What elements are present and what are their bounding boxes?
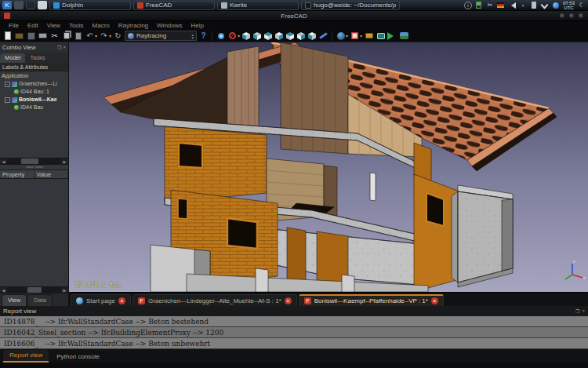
- keyboard-layout-de-icon[interactable]: [497, 2, 505, 9]
- menu-raytracing[interactable]: Raytracing: [114, 22, 152, 29]
- folder-shortcut-icon[interactable]: [38, 1, 47, 9]
- 3d-viewport[interactable]: z x 57.4/8.1 fps: [69, 42, 588, 292]
- menu-help[interactable]: Help: [187, 22, 208, 29]
- close-button[interactable]: [578, 13, 584, 19]
- tab-view[interactable]: View: [2, 294, 27, 306]
- scroll-thumb[interactable]: [27, 287, 42, 293]
- collapse-icon[interactable]: −: [5, 97, 10, 103]
- view-axonometric-icon[interactable]: [241, 31, 251, 41]
- draw-style-dropdown-icon[interactable]: ▾: [238, 33, 240, 38]
- klipper-scissors-icon[interactable]: ✂: [486, 2, 494, 9]
- redo-dropdown-icon[interactable]: ▾: [109, 33, 111, 38]
- scroll-right-icon[interactable]: ▶: [61, 288, 68, 293]
- scroll-right-icon[interactable]: ▶: [61, 159, 68, 164]
- tray-expand-icon[interactable]: ▾: [519, 2, 527, 9]
- povray-dropdown-icon[interactable]: ▾: [346, 33, 348, 38]
- task-button-kwrite[interactable]: Kwrite: [217, 1, 299, 10]
- reset-camera-icon[interactable]: [376, 31, 386, 41]
- info-icon[interactable]: i: [464, 2, 472, 9]
- kwrite-icon: [221, 2, 227, 9]
- view-left-icon[interactable]: [307, 31, 317, 41]
- maximize-button[interactable]: [568, 13, 575, 19]
- refresh-icon[interactable]: ↻: [113, 31, 123, 41]
- dock-close-icon[interactable]: ×: [582, 308, 585, 314]
- dock-float-icon[interactable]: ❐: [57, 45, 61, 50]
- combo-view-titlebar[interactable]: Combo View ❐ ×: [0, 42, 68, 53]
- scroll-thumb[interactable]: [21, 158, 38, 164]
- menu-windows[interactable]: Windows: [153, 22, 186, 29]
- tab-close-icon[interactable]: ×: [285, 297, 292, 304]
- tree-item-document-1[interactable]: − Graenichen---Li: [0, 80, 68, 88]
- show-desktop-icon[interactable]: [26, 1, 35, 9]
- tab-close-icon[interactable]: ×: [431, 297, 438, 304]
- tab-tasks[interactable]: Tasks: [25, 53, 49, 63]
- tree-item-application[interactable]: Application: [0, 72, 68, 80]
- collapse-icon[interactable]: −: [5, 82, 10, 87]
- redo-icon[interactable]: ↷: [99, 31, 109, 41]
- render-icon[interactable]: [399, 31, 409, 41]
- scroll-left-icon[interactable]: ◀: [0, 288, 7, 293]
- task-button-dolphin[interactable]: Dolphin: [49, 1, 131, 10]
- window-titlebar[interactable]: FreeCAD: [0, 11, 588, 21]
- menu-view[interactable]: View: [43, 22, 64, 29]
- device-notifier-icon[interactable]: [530, 2, 538, 9]
- lux-project-icon[interactable]: [350, 31, 360, 41]
- network-icon[interactable]: [541, 2, 549, 9]
- minimize-button[interactable]: [559, 13, 565, 19]
- report-log[interactable]: ID14878_ --> IfcWallStandardCase --> Bet…: [0, 316, 588, 349]
- report-view-titlebar[interactable]: Report view ❐ ×: [0, 306, 588, 316]
- povray-project-icon[interactable]: [336, 31, 346, 41]
- task-button-konsole[interactable]: hugo@weide: ~/Documents/p: [301, 1, 400, 10]
- new-file-icon[interactable]: [2, 31, 13, 41]
- tab-start-page[interactable]: Start page ×: [71, 294, 131, 306]
- kde-sync-icon[interactable]: [552, 2, 560, 9]
- fit-all-icon[interactable]: [216, 31, 226, 41]
- tab-boniswil-document[interactable]: F Boniswil---Kaempf--Pfaffenhalde--VP : …: [299, 294, 444, 306]
- volume-icon[interactable]: [508, 2, 516, 9]
- dock-close-icon[interactable]: ×: [63, 45, 66, 50]
- print-icon[interactable]: [38, 31, 48, 41]
- view-top-icon[interactable]: [263, 31, 273, 41]
- clock[interactable]: 07:53 UTC: [563, 1, 575, 10]
- whatsthis-icon[interactable]: ?: [198, 31, 209, 41]
- tree-item-doc1-child[interactable]: ID44 Bau: 1: [0, 88, 68, 96]
- property-table[interactable]: [0, 179, 68, 286]
- tab-close-icon[interactable]: ×: [118, 297, 125, 304]
- export-project-icon[interactable]: [387, 31, 397, 41]
- view-right-icon[interactable]: [274, 31, 284, 41]
- undo-icon[interactable]: ↶: [85, 31, 95, 41]
- lux-dropdown-icon[interactable]: ▾: [360, 33, 362, 38]
- copy-icon[interactable]: [61, 31, 71, 41]
- draw-style-icon[interactable]: [227, 31, 238, 41]
- tree-hscrollbar[interactable]: ◀ ▶: [0, 158, 68, 165]
- view-bottom-icon[interactable]: [296, 31, 306, 41]
- tab-model[interactable]: Model: [0, 53, 25, 63]
- tree-item-document-2[interactable]: − Boniswil---Kae: [0, 96, 68, 104]
- task-button-freecad[interactable]: FreeCAD: [133, 1, 215, 10]
- view-front-icon[interactable]: [252, 31, 262, 41]
- undo-dropdown-icon[interactable]: ▾: [95, 33, 97, 38]
- app-launcher-icon[interactable]: K: [2, 1, 12, 9]
- dock-float-icon[interactable]: ❐: [575, 308, 579, 314]
- pager-icon[interactable]: [14, 1, 24, 9]
- tab-report-view[interactable]: Report view: [3, 350, 49, 363]
- tab-data[interactable]: Data: [27, 294, 53, 306]
- cut-icon[interactable]: ✂: [49, 31, 60, 41]
- battery-icon[interactable]: [475, 2, 483, 9]
- menu-file[interactable]: File: [5, 22, 23, 29]
- open-file-icon[interactable]: [14, 31, 24, 41]
- tab-python-console[interactable]: Python console: [50, 352, 106, 363]
- tree-item-doc2-child[interactable]: ID44 Bau: [0, 104, 68, 111]
- measure-icon[interactable]: [318, 31, 328, 41]
- insert-part-icon[interactable]: [364, 31, 374, 41]
- save-icon[interactable]: [26, 31, 36, 41]
- property-hscrollbar[interactable]: ◀ ▶: [0, 286, 68, 293]
- paste-icon[interactable]: [73, 31, 83, 41]
- scroll-left-icon[interactable]: ◀: [0, 159, 7, 164]
- menu-edit[interactable]: Edit: [24, 22, 42, 29]
- tab-graenichen-document[interactable]: F Graenichen---Lindegger--Alte_Muehle--A…: [132, 294, 297, 306]
- workbench-selector[interactable]: Raytracing ▴▾: [125, 31, 197, 41]
- menu-macro[interactable]: Macro: [89, 22, 114, 29]
- view-rear-icon[interactable]: [285, 31, 295, 41]
- menu-tools[interactable]: Tools: [65, 22, 88, 29]
